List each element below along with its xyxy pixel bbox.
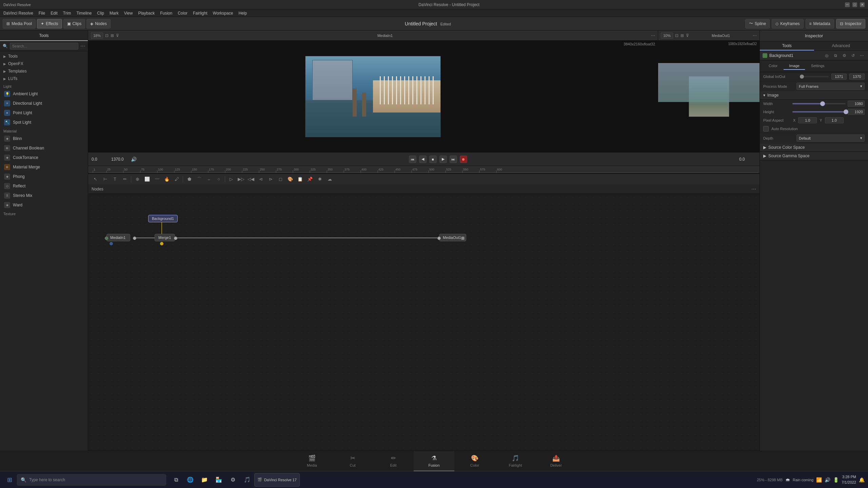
global-inout-slider-thumb[interactable]: [800, 75, 804, 79]
settings-icon[interactable]: ⚙: [227, 474, 239, 486]
burn-tool[interactable]: 🔥: [162, 175, 171, 184]
luts-section-header[interactable]: ▶ LUTs: [0, 75, 88, 82]
menu-item-workspace[interactable]: Workspace: [213, 11, 233, 16]
nodes-content[interactable]: Background1 MediaIn1 Merge1 MediaOut1: [88, 194, 760, 451]
maximize-button[interactable]: □: [852, 2, 857, 7]
menu-item-file[interactable]: File: [39, 11, 45, 16]
davinci-taskbar-app[interactable]: 🎬 DaVinci Resolve 17: [254, 473, 300, 487]
menu-item-mark[interactable]: Mark: [110, 11, 119, 16]
width-slider-thumb[interactable]: [820, 101, 825, 106]
phong-item[interactable]: ◈ Phong: [0, 172, 88, 181]
node-copy-icon[interactable]: ⧉: [832, 52, 839, 59]
process-mode-dropdown[interactable]: Full Frames ▾: [796, 83, 865, 90]
global-in-value[interactable]: 1371: [831, 74, 847, 80]
polyline-tool[interactable]: ⬟: [185, 175, 194, 184]
task-view-icon[interactable]: ⧉: [170, 474, 182, 486]
move-tool[interactable]: ✱: [315, 175, 324, 184]
menu-item-davinci[interactable]: DaVinci Resolve: [3, 11, 33, 16]
media-pool-button[interactable]: ⊞ Media Pool: [3, 19, 36, 28]
source-gamma-space-header[interactable]: ▶ Source Gamma Space: [760, 152, 868, 160]
openfx-section-header[interactable]: ▶ OpenFX: [0, 60, 88, 67]
ambient-light-item[interactable]: 💡 Ambient Light: [0, 89, 88, 99]
right-viewer-fit-icon[interactable]: ⊡: [675, 33, 678, 38]
record-button[interactable]: ⏺: [460, 156, 467, 163]
color-tab[interactable]: Color: [763, 62, 783, 70]
search-input[interactable]: [10, 43, 78, 49]
pixel-aspect-x[interactable]: 1.0: [798, 117, 817, 123]
right-viewer-grid-icon[interactable]: ⊞: [680, 33, 684, 38]
height-slider[interactable]: [792, 111, 846, 113]
tools-tab[interactable]: Tools: [0, 30, 88, 41]
left-viewer-grid-icon[interactable]: ⊞: [111, 33, 114, 38]
paste-tool[interactable]: 📌: [305, 175, 314, 184]
trim-tool[interactable]: ⊢: [101, 175, 110, 184]
global-out-value[interactable]: 1370: [849, 74, 865, 80]
color-correction-tool[interactable]: 🎨: [286, 175, 295, 184]
deliver-tab[interactable]: 📤 Deliver: [536, 451, 576, 471]
transform-tool[interactable]: ⊕: [133, 175, 142, 184]
pixel-aspect-y[interactable]: 1.0: [825, 117, 844, 123]
go-to-start-button[interactable]: ⏮: [409, 156, 416, 163]
close-button[interactable]: ✕: [860, 2, 865, 7]
node-settings-icon[interactable]: ⚙: [841, 52, 848, 59]
fusion-tab[interactable]: ⚗ Fusion: [414, 451, 454, 471]
volume-icon[interactable]: 🔊: [131, 157, 137, 162]
image-section-header[interactable]: ▾ Image: [760, 91, 868, 100]
menu-item-timeline[interactable]: Timeline: [76, 11, 92, 16]
minimize-button[interactable]: ─: [845, 2, 850, 7]
notification-icon[interactable]: 🔔: [859, 477, 865, 483]
templates-section-header[interactable]: ▶ Templates: [0, 67, 88, 75]
height-value[interactable]: 1920: [848, 109, 865, 115]
material-merge-item[interactable]: ⊗ Material Merge: [0, 162, 88, 172]
copy-tool[interactable]: 📋: [296, 175, 304, 184]
explorer-icon[interactable]: 📁: [199, 474, 210, 486]
keyframes-button[interactable]: ◇ Keyframes: [772, 19, 803, 28]
metadata-button[interactable]: ≡ Metadata: [806, 19, 834, 28]
media-tab[interactable]: 🎬 Media: [292, 451, 332, 471]
menu-item-fusion[interactable]: Fusion: [160, 11, 172, 16]
play-tool[interactable]: ▷: [227, 175, 236, 184]
menu-item-view[interactable]: View: [124, 11, 133, 16]
inspector-button[interactable]: ⊟ Inspector: [836, 19, 865, 28]
cut-tab[interactable]: ✂ Cut: [332, 451, 373, 471]
image-tab[interactable]: Image: [784, 62, 805, 70]
height-slider-thumb[interactable]: [844, 109, 848, 114]
channel-boolean-item[interactable]: ⊕ Channel Boolean: [0, 143, 88, 153]
network-icon[interactable]: 📶: [816, 477, 822, 483]
width-slider[interactable]: [792, 103, 846, 104]
tools-section-header[interactable]: ▶ Tools: [0, 53, 88, 60]
effects-button[interactable]: ✦ Effects: [37, 19, 62, 28]
merge1-node[interactable]: Merge1: [155, 234, 175, 241]
depth-dropdown[interactable]: Default ▾: [796, 135, 865, 142]
text-tool[interactable]: T: [111, 175, 119, 184]
menu-item-help[interactable]: Help: [238, 11, 247, 16]
forward-tool[interactable]: ▶▷: [237, 175, 245, 184]
fairlight-tab[interactable]: 🎵 Fairlight: [495, 451, 536, 471]
ward-item[interactable]: ◈ Ward: [0, 200, 88, 210]
color-tab[interactable]: 🎨 Color: [454, 451, 495, 471]
auto-resolution-checkbox[interactable]: [763, 126, 769, 131]
right-zoom-dropdown[interactable]: 10%: [661, 33, 673, 39]
start-button[interactable]: ⊞: [3, 474, 16, 486]
bspline-tool[interactable]: ⌣: [204, 175, 213, 184]
source-color-space-header[interactable]: ▶ Source Color Space: [760, 143, 868, 152]
nodes-button[interactable]: ◈ Nodes: [86, 19, 111, 28]
pointer-tool[interactable]: ↖: [91, 175, 100, 184]
left-viewer-fit-icon[interactable]: ⊡: [105, 33, 108, 38]
left-viewer-options-icon[interactable]: ⊽: [116, 33, 119, 38]
spot-light-item[interactable]: 🔦 Spot Light: [0, 118, 88, 127]
cooktorrance-item[interactable]: ◈ CookTorrance: [0, 153, 88, 162]
menu-item-edit[interactable]: Edit: [51, 11, 58, 16]
pen-tool[interactable]: 🖊: [172, 175, 181, 184]
go-to-end-button[interactable]: ⏭: [450, 156, 457, 163]
directional-light-item[interactable]: ☀ Directional Light: [0, 99, 88, 108]
background1-node[interactable]: Background1: [148, 215, 178, 222]
settings-tab[interactable]: Settings: [806, 62, 830, 70]
nodes-more-icon[interactable]: ⋯: [751, 186, 756, 192]
menu-item-clip[interactable]: Clip: [97, 11, 104, 16]
right-viewer-options-icon[interactable]: ⊽: [686, 33, 689, 38]
taskbar-search[interactable]: 🔍 Type here to search: [17, 474, 166, 486]
menu-item-fairlight[interactable]: Fairlight: [193, 11, 208, 16]
mediain1-node[interactable]: MediaIn1: [106, 234, 130, 241]
backward-tool[interactable]: ◁◀: [246, 175, 255, 184]
